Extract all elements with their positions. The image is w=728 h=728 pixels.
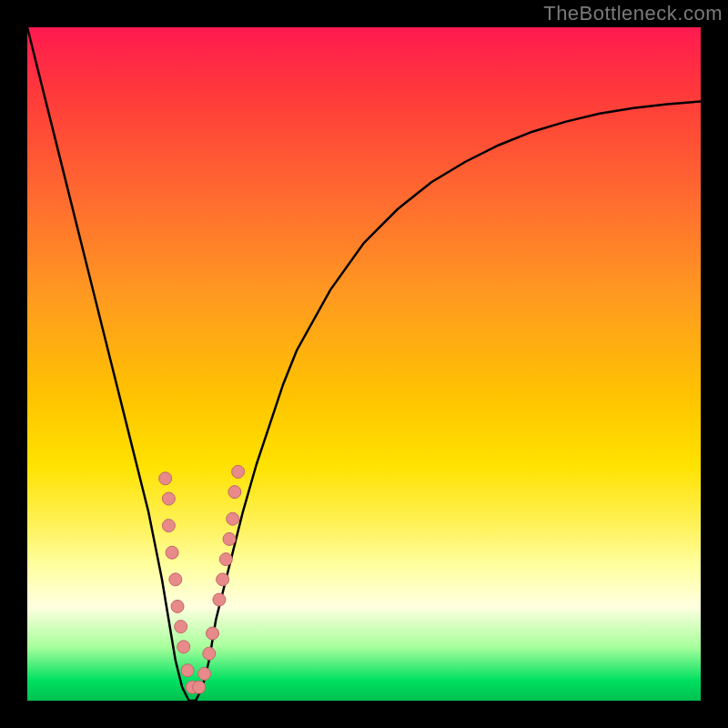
data-marker — [198, 667, 211, 680]
data-marker — [169, 573, 182, 586]
data-marker — [177, 641, 190, 653]
chart-frame: TheBottleneck.com — [0, 0, 728, 728]
data-marker — [207, 627, 219, 640]
data-marker — [166, 546, 178, 559]
watermark-text: TheBottleneck.com — [543, 2, 723, 25]
data-marker — [193, 681, 206, 693]
data-marker — [159, 472, 172, 485]
data-marker — [203, 647, 216, 660]
plot-area — [27, 27, 701, 701]
data-marker — [232, 465, 245, 478]
data-marker — [219, 553, 232, 566]
data-marker — [223, 532, 236, 545]
data-marker — [175, 621, 187, 633]
curve-svg — [27, 27, 701, 701]
data-marker — [171, 600, 184, 612]
bottleneck-curve-path — [27, 27, 701, 701]
data-marker — [228, 486, 241, 499]
data-marker — [162, 520, 175, 532]
data-marker — [213, 593, 226, 606]
data-markers — [159, 465, 245, 693]
data-marker — [181, 664, 194, 677]
data-marker — [162, 492, 175, 505]
data-marker — [227, 512, 239, 525]
data-marker — [217, 573, 229, 586]
